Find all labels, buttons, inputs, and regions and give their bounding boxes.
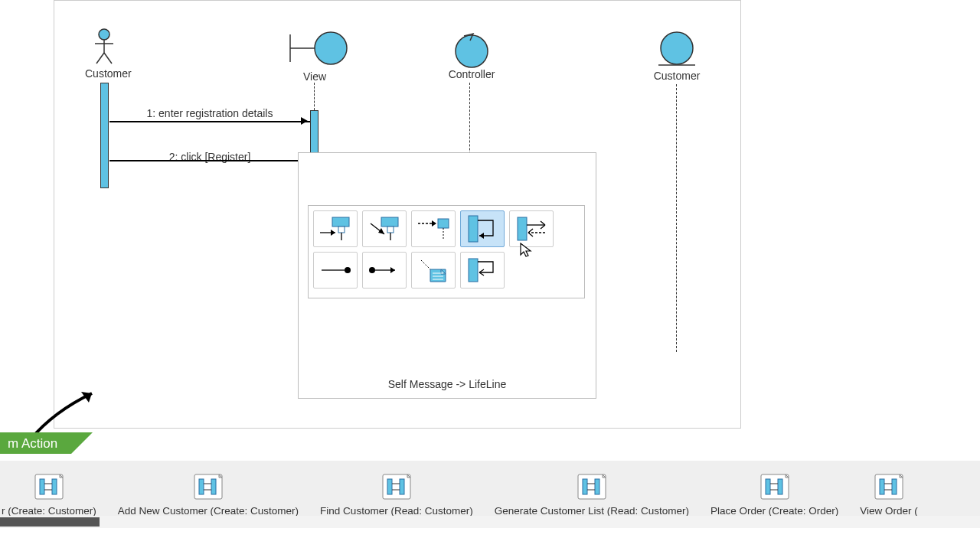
svg-rect-21 xyxy=(438,219,449,228)
svg-rect-51 xyxy=(578,474,606,499)
lost-message-tool[interactable] xyxy=(362,252,407,289)
action-item[interactable]: r (Create: Customer) xyxy=(0,473,107,517)
svg-line-3 xyxy=(96,53,104,64)
action-label: Find Customer (Read: Customer) xyxy=(320,505,473,517)
lifeline-label: Customer xyxy=(85,67,123,80)
svg-point-0 xyxy=(99,29,109,40)
lifeline-customer-entity[interactable]: Customer xyxy=(650,31,704,82)
boundary-icon xyxy=(276,31,353,68)
lifeline-dash xyxy=(676,84,677,352)
svg-rect-12 xyxy=(332,217,349,227)
svg-point-28 xyxy=(345,267,351,273)
message-async-tool[interactable] xyxy=(362,210,407,247)
message-call-tool[interactable] xyxy=(313,210,358,247)
action-item[interactable]: Add New Customer (Create: Customer) xyxy=(107,473,309,517)
svg-rect-62 xyxy=(880,479,884,494)
sequence-diagram-icon xyxy=(34,473,64,500)
popup-hint-label: Self Message -> LifeLine xyxy=(299,378,596,390)
svg-rect-16 xyxy=(381,217,398,227)
tool-palette xyxy=(308,205,585,298)
svg-rect-36 xyxy=(35,474,63,499)
svg-rect-24 xyxy=(518,217,527,240)
svg-rect-23 xyxy=(469,216,478,242)
scrollbar-thumb[interactable] xyxy=(0,517,100,527)
action-item[interactable]: Generate Customer List (Read: Customer) xyxy=(484,473,700,517)
action-label: Place Order (Create: Order) xyxy=(710,505,838,517)
entity-icon xyxy=(655,31,698,70)
svg-rect-46 xyxy=(383,474,410,499)
svg-rect-13 xyxy=(338,227,345,233)
sequence-diagram-icon xyxy=(760,473,790,500)
resource-catalog-popup[interactable]: Self Message -> LifeLine xyxy=(298,152,596,399)
lifeline-controller[interactable]: Controller xyxy=(445,31,498,80)
svg-rect-43 xyxy=(211,479,216,494)
action-label: Generate Customer List (Read: Customer) xyxy=(495,505,689,517)
sequence-diagram-icon xyxy=(874,473,904,500)
svg-rect-47 xyxy=(387,479,392,494)
action-item[interactable]: Find Customer (Read: Customer) xyxy=(309,473,484,517)
message-label: 1: enter registration details xyxy=(109,107,310,119)
svg-rect-52 xyxy=(583,479,587,494)
sequence-diagram-icon xyxy=(193,473,224,500)
svg-rect-57 xyxy=(766,479,770,494)
action-label: View Order ( xyxy=(860,505,918,517)
svg-line-4 xyxy=(104,53,112,64)
svg-rect-61 xyxy=(875,474,903,499)
svg-point-29 xyxy=(369,267,375,273)
found-message-tool[interactable] xyxy=(313,252,358,289)
message-label: 2: click [Register] xyxy=(109,151,310,163)
control-icon xyxy=(450,31,493,68)
action-label: Add New Customer (Create: Customer) xyxy=(118,505,299,517)
action-banner: m Action xyxy=(0,432,71,454)
lifeline-label: Controller xyxy=(445,68,498,80)
action-label: r (Create: Customer) xyxy=(2,505,96,517)
action-item[interactable]: View Order ( xyxy=(849,473,929,517)
svg-rect-38 xyxy=(52,479,57,494)
actor-icon xyxy=(92,28,116,65)
reply-message-tool[interactable] xyxy=(509,210,554,247)
lifeline-customer-actor[interactable]: Customer xyxy=(85,28,123,80)
svg-rect-17 xyxy=(387,227,394,233)
horizontal-scrollbar[interactable] xyxy=(0,516,980,528)
recursive-message-tool[interactable] xyxy=(460,252,505,289)
message-arrow[interactable]: 2: click [Register] xyxy=(109,151,310,161)
action-item[interactable]: Place Order (Create: Order) xyxy=(700,473,849,517)
lifeline-label: View xyxy=(276,70,353,83)
sequence-diagram-icon xyxy=(381,473,412,500)
create-message-tool[interactable] xyxy=(411,210,456,247)
note-tool[interactable] xyxy=(411,252,456,289)
svg-rect-37 xyxy=(40,479,44,494)
activation-bar[interactable] xyxy=(100,83,109,188)
svg-point-8 xyxy=(456,35,488,67)
cursor-icon xyxy=(520,243,534,258)
sequence-diagram-icon xyxy=(577,473,607,500)
banner-label: m Action xyxy=(8,436,57,451)
svg-point-7 xyxy=(315,32,347,64)
lifeline-view[interactable]: View xyxy=(276,31,353,83)
svg-rect-42 xyxy=(199,479,204,494)
svg-rect-58 xyxy=(778,479,782,494)
svg-rect-35 xyxy=(469,259,478,282)
lifeline-label: Customer xyxy=(650,70,704,82)
diagram-canvas[interactable]: Customer View Controller Customer 1: ent… xyxy=(54,0,741,429)
svg-rect-53 xyxy=(595,479,599,494)
message-arrow[interactable]: 1: enter registration details xyxy=(109,107,310,122)
self-message-tool[interactable] xyxy=(460,210,505,247)
svg-point-9 xyxy=(661,32,693,64)
svg-rect-41 xyxy=(194,474,222,499)
action-strip[interactable]: r (Create: Customer) Add New Customer (C… xyxy=(0,461,980,528)
svg-rect-63 xyxy=(892,479,897,494)
lifeline-dash xyxy=(314,83,315,110)
svg-rect-48 xyxy=(400,479,404,494)
svg-rect-56 xyxy=(761,474,789,499)
